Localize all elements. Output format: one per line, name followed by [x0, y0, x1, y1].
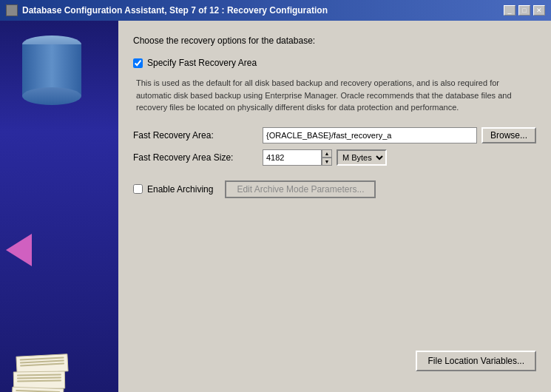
- left-panel: [0, 21, 118, 392]
- spinner-up-button[interactable]: ▲: [322, 149, 332, 158]
- size-input-group: ▲ ▼ M Bytes G Bytes: [263, 149, 387, 166]
- fast-recovery-area-input[interactable]: [263, 127, 477, 143]
- edit-archive-button[interactable]: Edit Archive Mode Parameters...: [225, 180, 376, 198]
- file-location-button[interactable]: File Location Variables...: [416, 351, 536, 371]
- title-bar: Database Configuration Assistant, Step 7…: [0, 0, 551, 21]
- intro-text: Choose the recovery options for the data…: [133, 36, 536, 46]
- archive-section: Enable Archiving Edit Archive Mode Param…: [133, 180, 536, 198]
- spinner-buttons[interactable]: ▲ ▼: [322, 149, 332, 166]
- archiving-checkbox[interactable]: [133, 184, 143, 194]
- fast-recovery-checkbox-row[interactable]: Specify Fast Recovery Area: [133, 58, 536, 68]
- fast-recovery-size-label: Fast Recovery Area Size:: [133, 152, 263, 163]
- browse-button[interactable]: Browse...: [481, 127, 536, 143]
- window-controls[interactable]: _ □ ✕: [504, 5, 545, 16]
- fast-recovery-checkbox[interactable]: [133, 58, 143, 68]
- fast-recovery-size-input[interactable]: [263, 149, 322, 166]
- window-title: Database Configuration Assistant, Step 7…: [22, 5, 328, 16]
- database-cylinder-icon: [22, 36, 81, 102]
- close-button[interactable]: ✕: [533, 5, 545, 16]
- spinner-down-button[interactable]: ▼: [322, 158, 332, 166]
- archiving-label[interactable]: Enable Archiving: [147, 184, 213, 195]
- right-content: Choose the recovery options for the data…: [118, 21, 551, 392]
- archiving-checkbox-row[interactable]: Enable Archiving: [133, 184, 213, 195]
- maximize-button[interactable]: □: [518, 5, 530, 16]
- app-icon: [6, 4, 18, 16]
- size-unit-select[interactable]: M Bytes G Bytes: [337, 149, 387, 166]
- fast-recovery-area-label: Fast Recovery Area:: [133, 130, 263, 141]
- arrow-icon: [6, 234, 32, 266]
- fast-recovery-area-row: Fast Recovery Area: Browse...: [133, 127, 536, 143]
- fast-recovery-size-row: Fast Recovery Area Size: ▲ ▼ M Bytes G B…: [133, 149, 536, 166]
- fast-recovery-label[interactable]: Specify Fast Recovery Area: [147, 58, 257, 68]
- form-section: Fast Recovery Area: Browse... Fast Recov…: [133, 127, 536, 166]
- fast-recovery-description: This is used as the default for all disk…: [133, 77, 536, 114]
- minimize-button[interactable]: _: [504, 5, 515, 16]
